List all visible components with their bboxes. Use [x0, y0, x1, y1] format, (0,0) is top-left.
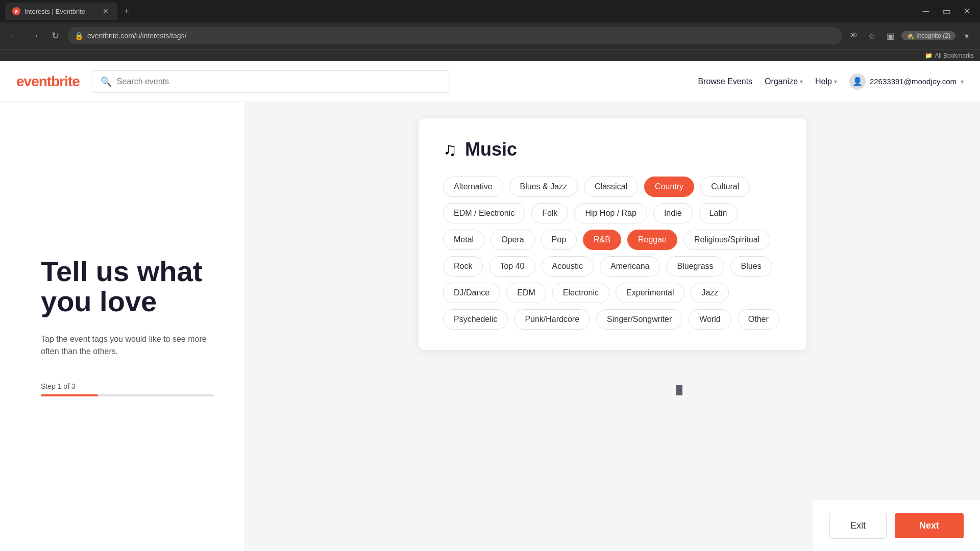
- browse-events-link[interactable]: Browse Events: [698, 77, 752, 86]
- headline-line2: you love: [41, 285, 157, 317]
- minimize-button[interactable]: ─: [918, 3, 934, 19]
- tab-title: Interests | Eventbrite: [24, 8, 97, 15]
- tab-bar: e Interests | Eventbrite ✕ + ─ ▭ ✕: [0, 0, 980, 22]
- tag-item[interactable]: Metal: [443, 230, 484, 250]
- tag-item[interactable]: Psychedelic: [443, 309, 508, 330]
- eye-off-icon: 👁: [846, 29, 861, 43]
- tag-item[interactable]: EDM: [506, 283, 546, 303]
- tag-item[interactable]: Other: [738, 309, 779, 330]
- tag-item[interactable]: Religious/Spiritual: [683, 230, 770, 250]
- header-nav: Browse Events Organize ▾ Help ▾ 👤 226333…: [698, 73, 964, 90]
- tag-item[interactable]: Hip Hop / Rap: [574, 203, 647, 223]
- tag-item[interactable]: Punk/Hardcore: [514, 309, 590, 330]
- tag-item[interactable]: Pop: [541, 230, 577, 250]
- main-content: Tell us what you love Tap the event tags…: [0, 102, 980, 551]
- user-avatar-icon: 👤: [849, 73, 866, 90]
- card-header: ♫ Music: [443, 139, 782, 160]
- tag-item[interactable]: Rock: [443, 256, 483, 277]
- url-display: eventbrite.com/u/interests/tags/: [87, 32, 187, 40]
- search-input[interactable]: [117, 77, 440, 86]
- back-button[interactable]: ←: [6, 28, 22, 44]
- organize-link[interactable]: Organize ▾: [765, 77, 803, 86]
- tag-item[interactable]: Singer/Songwriter: [596, 309, 682, 330]
- exit-button[interactable]: Exit: [829, 513, 887, 539]
- tag-item[interactable]: Experimental: [616, 283, 684, 303]
- new-tab-button[interactable]: +: [119, 4, 134, 18]
- bookmark-icon[interactable]: ☆: [865, 29, 879, 43]
- subtext: Tap the event tags you would like to see…: [41, 333, 214, 358]
- user-menu[interactable]: 👤 22633391@moodjoy.com ▾: [849, 73, 964, 90]
- tag-item[interactable]: Country: [644, 177, 694, 197]
- address-bar[interactable]: 🔒 eventbrite.com/u/interests/tags/: [67, 27, 842, 44]
- tag-item[interactable]: World: [689, 309, 731, 330]
- browser-chrome: e Interests | Eventbrite ✕ + ─ ▭ ✕ ← → ↻…: [0, 0, 980, 61]
- navigation-bar: ← → ↻ 🔒 eventbrite.com/u/interests/tags/…: [0, 22, 980, 49]
- dropdown-chevron[interactable]: ▾: [960, 29, 974, 43]
- reload-button[interactable]: ↻: [47, 28, 63, 44]
- eventbrite-logo[interactable]: eventbrite: [16, 73, 80, 90]
- browser-actions: 👁 ☆ ▣ 🕵 Incognito (2) ▾: [846, 29, 974, 43]
- tag-item[interactable]: Latin: [699, 203, 738, 223]
- progress-bar-fill: [41, 394, 98, 396]
- tag-item[interactable]: Reggae: [627, 230, 677, 250]
- tag-item[interactable]: Folk: [531, 203, 568, 223]
- tag-item[interactable]: Top 40: [489, 256, 535, 277]
- tag-item[interactable]: Blues: [730, 256, 772, 277]
- bookmarks-folder[interactable]: 📁 All Bookmarks: [925, 52, 974, 59]
- incognito-badge: 🕵 Incognito (2): [901, 31, 955, 40]
- user-email: 22633391@moodjoy.com: [870, 77, 957, 86]
- close-window-button[interactable]: ✕: [959, 3, 975, 19]
- step-indicator: Step 1 of 3: [41, 382, 214, 390]
- forward-button[interactable]: →: [27, 28, 43, 44]
- tag-item[interactable]: Electronic: [552, 283, 609, 303]
- organize-chevron: ▾: [800, 78, 803, 85]
- tag-item[interactable]: Alternative: [443, 177, 503, 197]
- tag-item[interactable]: Classical: [584, 177, 638, 197]
- tag-item[interactable]: Americana: [600, 256, 660, 277]
- tab-favicon: e: [12, 7, 20, 15]
- tag-item[interactable]: Indie: [653, 203, 693, 223]
- tag-item[interactable]: Blues & Jazz: [509, 177, 578, 197]
- profile-icon[interactable]: ▣: [883, 29, 897, 43]
- bookmarks-bar: 📁 All Bookmarks: [0, 49, 980, 61]
- next-button[interactable]: Next: [895, 513, 964, 538]
- maximize-button[interactable]: ▭: [938, 3, 954, 19]
- user-dropdown-chevron: ▾: [961, 78, 964, 85]
- card-title: Music: [465, 139, 517, 160]
- tag-item[interactable]: EDM / Electronic: [443, 203, 525, 223]
- interests-card: ♫ Music AlternativeBlues & JazzClassical…: [419, 118, 806, 350]
- tag-item[interactable]: Cultural: [700, 177, 750, 197]
- tag-item[interactable]: Jazz: [691, 283, 729, 303]
- music-icon: ♫: [443, 139, 457, 160]
- search-bar[interactable]: 🔍: [92, 70, 449, 93]
- tag-item[interactable]: Bluegrass: [666, 256, 724, 277]
- help-link[interactable]: Help ▾: [815, 77, 837, 86]
- tag-item[interactable]: R&B: [583, 230, 621, 250]
- tags-grid: AlternativeBlues & JazzClassicalCountryC…: [443, 177, 782, 330]
- bottom-bar: Exit Next: [813, 500, 980, 551]
- tag-item[interactable]: DJ/Dance: [443, 283, 500, 303]
- tag-item[interactable]: Opera: [491, 230, 534, 250]
- tag-item[interactable]: Acoustic: [542, 256, 594, 277]
- site-header: eventbrite 🔍 Browse Events Organize ▾ He…: [0, 61, 980, 102]
- left-panel: Tell us what you love Tap the event tags…: [0, 102, 245, 551]
- headline: Tell us what you love: [41, 257, 214, 317]
- tab-close-button[interactable]: ✕: [101, 7, 110, 16]
- headline-line1: Tell us what: [41, 255, 202, 287]
- right-panel: ♫ Music AlternativeBlues & JazzClassical…: [245, 102, 980, 551]
- progress-bar: [41, 394, 214, 396]
- active-tab[interactable]: e Interests | Eventbrite ✕: [5, 3, 117, 20]
- page-content: eventbrite 🔍 Browse Events Organize ▾ He…: [0, 61, 980, 551]
- help-chevron: ▾: [834, 78, 837, 85]
- search-icon: 🔍: [101, 76, 112, 87]
